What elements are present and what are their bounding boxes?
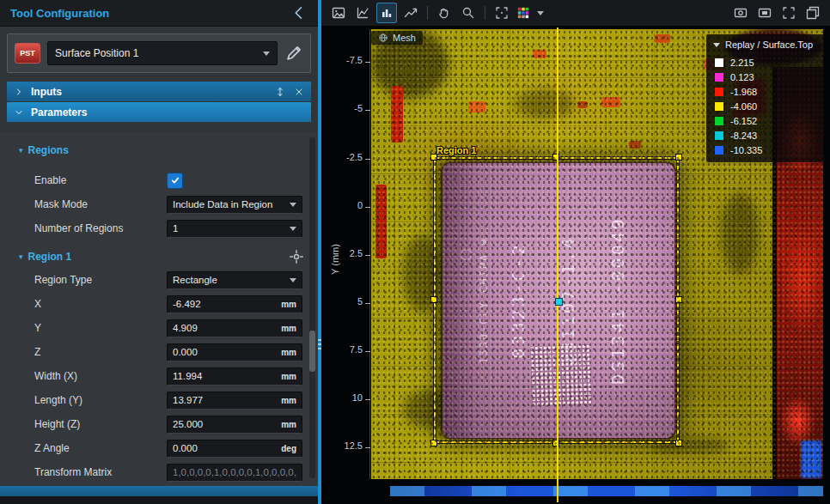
triangle-down-icon: [713, 43, 720, 47]
viewport-toolbar: [321, 0, 830, 27]
legend-value: -4.060: [730, 101, 757, 112]
region-type-value: Rectangle: [173, 275, 284, 285]
tool-configuration-panel: Tool Configuration PST Surface Position …: [0, 0, 318, 504]
legend-swatch: [715, 146, 723, 155]
legend-swatch: [715, 102, 723, 111]
check-icon: [170, 175, 180, 185]
parameters-section-header[interactable]: Parameters: [7, 102, 311, 122]
pencil-icon: [284, 44, 303, 63]
field-row: Width (X) 11.994 mm: [0, 364, 318, 388]
y-tick: 0: [325, 200, 363, 210]
magnifier-icon: [461, 6, 475, 20]
z-input[interactable]: 0.000 mm: [167, 343, 302, 361]
edit-tool-name-button[interactable]: [284, 44, 303, 63]
legend-value: 0.123: [730, 72, 754, 82]
number-of-regions-select[interactable]: 1: [167, 220, 302, 238]
field-row: Z Angle 0.000 deg: [0, 436, 318, 460]
profile-chart-icon: [356, 6, 369, 20]
y-axis-line: [369, 29, 370, 479]
height-value: 25.000: [173, 419, 278, 429]
fit-expand-icon: [495, 6, 509, 20]
next-section-bar[interactable]: [0, 486, 318, 496]
field-row: Y 4.909 mm: [0, 316, 318, 340]
number-of-regions-row: Number of Regions 1: [0, 216, 318, 240]
region-handle-mid-left[interactable]: [430, 296, 437, 303]
field-row: Length (Y) 13.977 mm: [0, 388, 318, 412]
regions-group-header[interactable]: ▾ Regions: [0, 139, 318, 161]
colormap-button[interactable]: [516, 3, 545, 23]
surface-3d-view-button[interactable]: [400, 3, 421, 23]
zoom-button[interactable]: [458, 3, 479, 23]
z-angle-value: 0.000: [173, 443, 278, 453]
region-handle-bottom-left[interactable]: [430, 440, 437, 446]
legend-value: -10.335: [730, 145, 762, 155]
inputs-section-header[interactable]: Inputs: [7, 82, 311, 101]
panel-scrollbar[interactable]: [309, 137, 315, 478]
z-angle-unit: deg: [281, 444, 296, 453]
mesh-toggle[interactable]: Mesh: [371, 31, 423, 45]
width-input[interactable]: 11.994 mm: [167, 367, 302, 386]
transform-matrix-input[interactable]: 1,0,0,0,0,1,0,0,0,0,1,0,0,0,0,1: [167, 464, 302, 482]
region-type-select[interactable]: Rectangle: [167, 271, 302, 289]
focus-region-button[interactable]: [289, 249, 304, 264]
y-tick: 12.5: [325, 440, 363, 451]
y-value: 4.909: [173, 323, 278, 333]
chevron-down-icon: [290, 227, 296, 231]
y-unit: mm: [281, 324, 296, 333]
image-view-button[interactable]: [328, 3, 349, 23]
region-handle-top-right[interactable]: [675, 154, 682, 161]
legend-title: Replay / Surface.Top: [725, 39, 813, 50]
scrollbar-thumb[interactable]: [309, 331, 315, 372]
image-icon: [332, 6, 345, 20]
width-label: Width (X): [34, 370, 167, 382]
hand-icon: [437, 6, 451, 20]
scan-shadow: [721, 192, 759, 274]
mask-mode-select[interactable]: Include Data in Region: [167, 196, 302, 214]
layout-windows-button[interactable]: [803, 3, 823, 23]
record-view-button[interactable]: [754, 3, 775, 23]
tool-dropdown[interactable]: Surface Position 1: [47, 41, 278, 65]
viewport: -7.5 -5 -2.5 0 2.5 5 7.5 10 12.5 Y (mm): [321, 0, 830, 504]
collapse-panel-button[interactable]: [290, 4, 308, 21]
length-input[interactable]: 13.977 mm: [167, 392, 302, 410]
toolbar-divider: [485, 6, 485, 20]
section-header-actions: [275, 87, 304, 97]
profile-view-button[interactable]: [352, 3, 373, 23]
transform-matrix-value: 1,0,0,0,0,1,0,0,0,0,1,0,0,0,0,1: [173, 467, 296, 477]
region1-group-header[interactable]: ▾ Region 1: [0, 246, 318, 268]
region-center-handle[interactable]: [555, 298, 563, 306]
height-input[interactable]: 25.000 mm: [167, 416, 302, 434]
x-label: X: [34, 298, 167, 310]
height-patch-orange: [629, 141, 641, 149]
region-handle-bottom-right[interactable]: [675, 440, 682, 446]
pan-button[interactable]: [434, 3, 455, 23]
y-input[interactable]: 4.909 mm: [167, 319, 302, 337]
expand-all-icon[interactable]: [275, 87, 285, 97]
surface-3d-icon: [404, 6, 418, 20]
cascade-windows-icon: [806, 6, 820, 20]
legend-header[interactable]: Replay / Surface.Top: [706, 34, 825, 55]
plot-area[interactable]: -7.5 -5 -2.5 0 2.5 5 7.5 10 12.5 Y (mm): [321, 26, 830, 504]
field-row: X -6.492 mm: [0, 292, 318, 316]
triangle-down-icon: ▾: [19, 146, 23, 155]
fullscreen-button[interactable]: [778, 3, 799, 23]
color-legend: Replay / Surface.Top 2.215 0.123 -1.968 …: [706, 34, 825, 162]
legend-value: -6.152: [730, 116, 757, 126]
height-patch-blue: [801, 440, 821, 478]
enable-checkbox[interactable]: [167, 173, 183, 189]
region-handle-mid-right[interactable]: [675, 296, 682, 303]
y-tick: -2.5: [325, 152, 363, 162]
fullscreen-icon: [782, 6, 796, 20]
snapshot-view-button[interactable]: [730, 3, 751, 23]
legend-item: -6.152: [706, 113, 825, 128]
height-patch-blue-strip: [390, 486, 823, 496]
length-label: Length (Y): [34, 394, 167, 406]
mask-mode-label: Mask Mode: [34, 198, 167, 210]
collapse-all-icon[interactable]: [294, 87, 304, 97]
z-angle-input[interactable]: 0.000 deg: [167, 440, 302, 458]
chevron-left-icon: [290, 4, 308, 21]
x-input[interactable]: -6.492 mm: [167, 295, 302, 313]
fit-view-button[interactable]: [491, 3, 512, 23]
chevron-down-icon: [537, 11, 544, 15]
heightmap-view-button[interactable]: [376, 3, 397, 23]
